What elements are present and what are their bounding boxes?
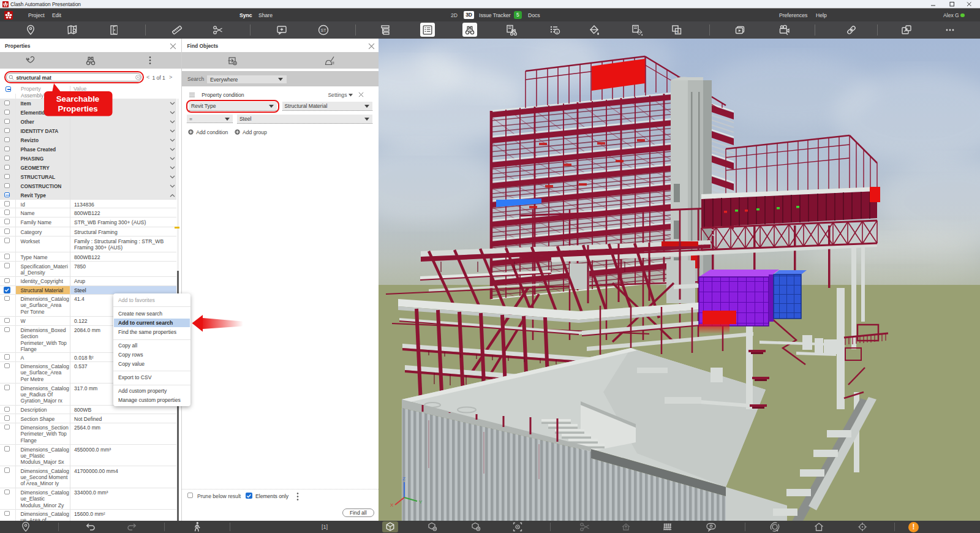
svg-text:A: A [677, 29, 680, 34]
svg-text:ST: ST [321, 28, 327, 32]
svg-text:Z: Z [402, 476, 405, 482]
svg-text:Properties: Properties [58, 104, 97, 113]
svg-text:Searchable: Searchable [56, 94, 99, 104]
svg-text:Y: Y [419, 499, 423, 505]
svg-text:X: X [390, 502, 394, 508]
